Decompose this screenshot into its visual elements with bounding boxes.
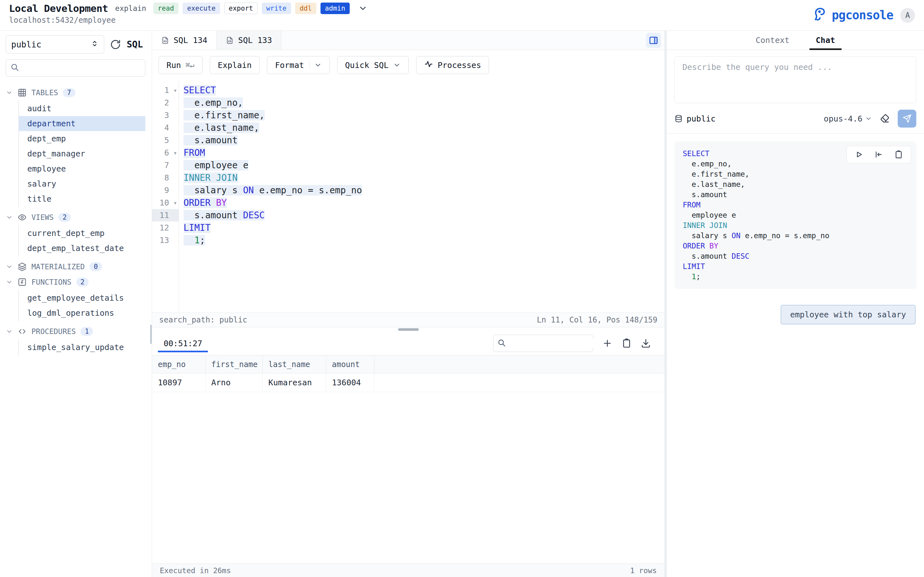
permission-badge-execute: execute (183, 3, 220, 14)
code-line-13: 1; (184, 234, 664, 247)
run-button[interactable]: Run ⌘↵ (158, 56, 202, 74)
editor-code[interactable]: SELECT e.emp_no, e.first_name, e.last_na… (179, 80, 664, 313)
explain-button[interactable]: Explain (210, 56, 260, 74)
panel-divider[interactable] (664, 31, 667, 577)
tree-item-dept_emp_latest_date[interactable]: dept_emp_latest_date (19, 241, 145, 256)
app-root: Local Development explain readexecuteexp… (0, 0, 924, 577)
column-header-last_name[interactable]: last_name (262, 356, 326, 374)
tree-section-procedures[interactable]: PROCEDURES1 (6, 324, 145, 339)
copy-snippet-button[interactable] (894, 150, 903, 159)
tab-sql-134[interactable]: SQL 134 (152, 31, 216, 50)
copy-results-button[interactable] (622, 338, 632, 348)
tree-item-audit[interactable]: audit (19, 101, 145, 116)
tab-sql-133[interactable]: SQL 133 (216, 31, 281, 50)
code-line-10: ORDER BY (184, 197, 664, 209)
tree-item-simple_salary_update[interactable]: simple_salary_update (19, 340, 145, 355)
code-line-8: INNER JOIN (184, 171, 664, 184)
fold-marker-icon[interactable]: ▼ (174, 150, 176, 155)
gutter-line-4: 4 (152, 121, 179, 134)
angle-brackets-icon (18, 327, 27, 336)
tree-section-materialized[interactable]: MATERIALIZED0 (6, 259, 145, 274)
editor-toolbar: Run ⌘↵ Explain Format Quick SQL Processe… (152, 50, 664, 80)
database-icon (674, 114, 683, 123)
add-tab-button[interactable] (602, 338, 612, 348)
results-empty-area (152, 392, 664, 564)
results-search[interactable] (493, 335, 593, 352)
tree-item-department[interactable]: department (19, 116, 145, 131)
assistant-code-line-5: s.amount (683, 189, 908, 200)
sidebar-search[interactable] (6, 59, 145, 77)
format-button[interactable]: Format (267, 56, 330, 74)
chevron-down-icon[interactable] (309, 61, 322, 69)
assistant-tab-chat[interactable]: Chat (814, 31, 837, 50)
editor-tabbar: SQL 134SQL 133 (152, 31, 664, 50)
sql-editor[interactable]: 1▼23456▼78910▼111213 SELECT e.emp_no, e.… (152, 80, 664, 313)
tree-section-label: FUNCTIONS (31, 278, 71, 286)
tree-section-count: 7 (63, 88, 75, 97)
tree-item-salary[interactable]: salary (19, 176, 145, 191)
table-cell: Arno (205, 374, 262, 392)
column-header-first_name[interactable]: first_name (205, 356, 262, 374)
avatar[interactable]: A (900, 8, 915, 23)
tree-section-items: current_dept_empdept_emp_latest_date (18, 225, 145, 256)
chat-input[interactable] (674, 56, 916, 103)
connection-subtitle: localhost:5432/employee (9, 16, 368, 25)
tree-section-label: PROCEDURES (31, 327, 76, 335)
tree-section-tables[interactable]: TABLES7 (6, 85, 145, 100)
chevron-down-icon (6, 214, 13, 221)
result-timer-tab[interactable]: 00:51:27 (155, 332, 210, 355)
gutter-line-12: 12 (152, 221, 179, 234)
tree-item-get_employee_details[interactable]: get_employee_details (19, 290, 145, 306)
permission-badges: readexecuteexportwriteddladmin (153, 3, 350, 14)
tree-section-count: 1 (81, 327, 93, 336)
sidebar-search-input[interactable] (23, 63, 141, 73)
gutter-line-3: 3 (152, 109, 179, 121)
context-schema-label: public (687, 114, 716, 123)
tree-item-dept_emp[interactable]: dept_emp (19, 131, 145, 146)
sidebar-scrollbar-thumb[interactable] (150, 325, 152, 344)
column-header-emp_no[interactable]: emp_no (152, 356, 205, 374)
table-cell: 136004 (326, 374, 374, 392)
tree-section-functions[interactable]: FUNCTIONS2 (6, 274, 145, 290)
tree-section-views[interactable]: VIEWS2 (6, 210, 145, 225)
insert-to-editor-button[interactable] (874, 150, 883, 159)
tree-section-items: simple_salary_update (18, 339, 145, 356)
results-search-input[interactable] (509, 339, 607, 348)
fold-marker-icon[interactable]: ▼ (174, 200, 176, 205)
quick-sql-button[interactable]: Quick SQL (337, 56, 409, 74)
tree-item-log_dml_operations[interactable]: log_dml_operations (19, 306, 145, 321)
schema-sidebar: public SQL TABLES7auditdepartmentdept_em… (0, 31, 152, 577)
layers-icon (18, 262, 27, 271)
tree-item-title[interactable]: title (19, 191, 145, 206)
code-line-6: FROM (184, 147, 664, 159)
assistant-code-line-11: s.amount DESC (683, 251, 908, 261)
toggle-right-panel-button[interactable] (646, 33, 661, 48)
table-row[interactable]: 10897ArnoKumaresan136004 (152, 374, 664, 392)
processes-button[interactable]: Processes (416, 56, 489, 74)
splitter-drag-handle[interactable] (398, 328, 419, 331)
explain-label: explain (115, 4, 146, 13)
chevron-down-icon[interactable] (358, 3, 368, 13)
code-line-4: e.last_name, (184, 121, 664, 134)
code-line-1: SELECT (184, 84, 664, 97)
processes-label: Processes (438, 61, 481, 70)
execution-time-label: Executed in 26ms (160, 566, 231, 575)
fold-marker-icon[interactable]: ▼ (174, 88, 176, 93)
sql-mode-label[interactable]: SQL (127, 39, 143, 50)
tree-item-dept_manager[interactable]: dept_manager (19, 146, 145, 161)
clear-chat-button[interactable] (880, 113, 890, 124)
schema-select[interactable]: public (6, 35, 104, 53)
gutter-line-9: 9 (152, 184, 179, 197)
tree-item-employee[interactable]: employee (19, 161, 145, 176)
send-button[interactable] (898, 110, 916, 127)
column-header-amount[interactable]: amount (326, 356, 374, 374)
run-snippet-button[interactable] (855, 150, 863, 159)
permission-badge-read: read (153, 3, 179, 14)
download-results-button[interactable] (641, 338, 651, 348)
tree-section-count: 2 (76, 277, 89, 287)
model-select[interactable]: opus-4.6 (824, 114, 872, 123)
search-icon (10, 63, 19, 73)
tree-item-current_dept_emp[interactable]: current_dept_emp (19, 226, 145, 241)
assistant-tab-context[interactable]: Context (754, 31, 791, 50)
refresh-button[interactable] (110, 39, 121, 50)
